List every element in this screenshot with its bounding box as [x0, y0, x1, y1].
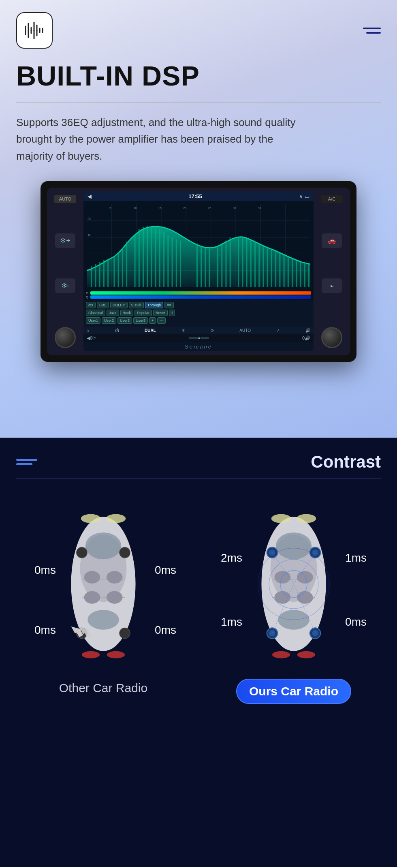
svg-rect-31 [107, 259, 109, 287]
radio-screen: ◀ 17:55 ∧ ▭ [83, 192, 314, 351]
svg-rect-41 [155, 228, 156, 287]
cars-container: 0ms 0ms 0ms 0ms [12, 491, 385, 712]
header [0, 0, 397, 57]
svg-rect-56 [238, 236, 239, 287]
right-knob[interactable] [321, 327, 342, 348]
svg-rect-39 [147, 226, 148, 287]
svg-point-123 [271, 514, 291, 523]
svg-rect-40 [151, 227, 152, 287]
title-area: BUILT-IN DSP [0, 57, 397, 95]
radio-outer: AUTO ❄+ ❄- ◀ 17:55 ∧ ▭ [47, 188, 350, 355]
home-icon[interactable]: ⌂ [87, 328, 89, 333]
ours-car-item: 2ms 1ms 1ms 0ms [217, 499, 371, 704]
user1-btn[interactable]: User1 [86, 317, 100, 324]
arrows-icon[interactable]: ↗ [276, 328, 280, 333]
srs-btn[interactable]: SRS® [129, 302, 144, 308]
reset-btn[interactable]: Reset [153, 310, 168, 316]
eq-more-btn[interactable]: ≡≡ [164, 302, 174, 308]
svg-rect-29 [99, 262, 100, 286]
svg-text:5: 5 [109, 207, 111, 210]
other-ms-bl: 0ms [34, 624, 56, 637]
back-arrow[interactable]: ◀ [87, 336, 90, 341]
popular-btn[interactable]: Popular [134, 310, 152, 316]
svg-point-101 [107, 651, 125, 658]
slider-bar[interactable]: ━━━●━━━ [96, 336, 302, 341]
radio-left-panel: AUTO ❄+ ❄- [51, 192, 79, 351]
user2-btn[interactable]: User2 [102, 317, 116, 324]
bottom-section: Contrast 0ms 0ms 0ms 0ms [0, 438, 397, 867]
contrast-line-2 [16, 463, 32, 465]
svg-point-86 [85, 532, 121, 559]
info-btn[interactable]: ℹ [169, 310, 175, 316]
screen-topbar: ◀ 17:55 ∧ ▭ [83, 192, 314, 201]
svg-rect-34 [122, 248, 123, 287]
svg-rect-28 [95, 264, 96, 287]
svg-rect-53 [221, 243, 222, 286]
title-divider [16, 103, 381, 103]
left-knob[interactable] [55, 327, 76, 348]
eq-row-1: dts BBE DOLBY SRS® Through ≡≡ [86, 302, 311, 308]
radio-unit: AUTO ❄+ ❄- ◀ 17:55 ∧ ▭ [41, 181, 356, 362]
svg-rect-44 [167, 235, 169, 287]
back-icon[interactable]: ◀ [88, 193, 92, 199]
svg-point-124 [297, 514, 316, 523]
svg-rect-58 [246, 238, 248, 287]
svg-rect-55 [230, 237, 231, 287]
contrast-line-1 [16, 459, 37, 461]
svg-point-91 [107, 571, 123, 584]
ours-car-label: Ours Car Radio [217, 669, 371, 704]
dts-btn[interactable]: dts [86, 302, 96, 308]
svg-point-93 [107, 591, 123, 604]
plus-btn[interactable]: + [149, 317, 156, 324]
power-icon[interactable]: ⏻ [115, 328, 119, 333]
svg-point-100 [82, 651, 100, 658]
user5-btn[interactable]: User5 [133, 317, 148, 324]
svg-rect-36 [134, 235, 136, 287]
menu-button[interactable] [363, 28, 381, 34]
svg-text:20: 20 [88, 217, 92, 220]
svg-rect-33 [118, 252, 119, 287]
fan-minus-icon[interactable]: ❄- [55, 278, 75, 293]
svg-point-97 [120, 628, 130, 639]
svg-rect-63 [267, 248, 268, 287]
classical-btn[interactable]: Classical [86, 310, 105, 316]
svg-rect-45 [172, 237, 173, 287]
wiper-icon[interactable]: ⌁ [322, 278, 342, 293]
svg-point-87 [88, 610, 119, 630]
volume-up-icon[interactable]: 🔊 [305, 328, 310, 333]
bbe-btn[interactable]: BBE [97, 302, 109, 308]
eq-row-3: User1 User2 User3 User5 + — [86, 317, 311, 324]
other-ms-tl: 0ms [34, 564, 56, 577]
auto-label: AUTO [239, 328, 251, 333]
eq-svg: 20 10 -20 5 10 15 20 25 30 36 [87, 203, 310, 288]
svg-point-99 [106, 514, 126, 523]
through-btn[interactable]: Through [145, 302, 164, 308]
svg-point-104 [276, 532, 312, 559]
svg-rect-54 [225, 240, 226, 286]
svg-rect-64 [271, 249, 272, 287]
ac-button[interactable]: A/C [321, 195, 343, 203]
svg-rect-51 [209, 249, 210, 287]
car-icon[interactable]: 🚗 [322, 233, 342, 248]
jazz-btn[interactable]: Jazz [107, 310, 119, 316]
rock-btn[interactable]: Rock [120, 310, 134, 316]
user3-btn[interactable]: User3 [117, 317, 132, 324]
auto-button[interactable]: AUTO [54, 195, 76, 203]
dolby-btn[interactable]: DOLBY [110, 302, 128, 308]
fan-plus-icon[interactable]: ❄+ [55, 233, 75, 248]
brand-text: Seicane [83, 342, 314, 351]
svg-rect-46 [176, 239, 177, 287]
nav-icon[interactable]: ⟳ [92, 336, 96, 341]
svg-rect-73 [308, 264, 309, 287]
svg-rect-60 [254, 241, 256, 286]
svg-text:36: 36 [258, 207, 261, 210]
other-car-view: 0ms 0ms 0ms 0ms [47, 499, 160, 669]
svg-point-95 [120, 547, 130, 558]
volume-icon[interactable]: 🔊 [305, 336, 310, 341]
svg-point-92 [84, 591, 100, 604]
fan-icon[interactable]: ⟳ [211, 328, 214, 333]
snowflake-icon[interactable]: ❄ [181, 328, 185, 333]
svg-rect-37 [139, 229, 140, 287]
minus-btn[interactable]: — [157, 317, 166, 324]
svg-point-98 [81, 514, 101, 523]
